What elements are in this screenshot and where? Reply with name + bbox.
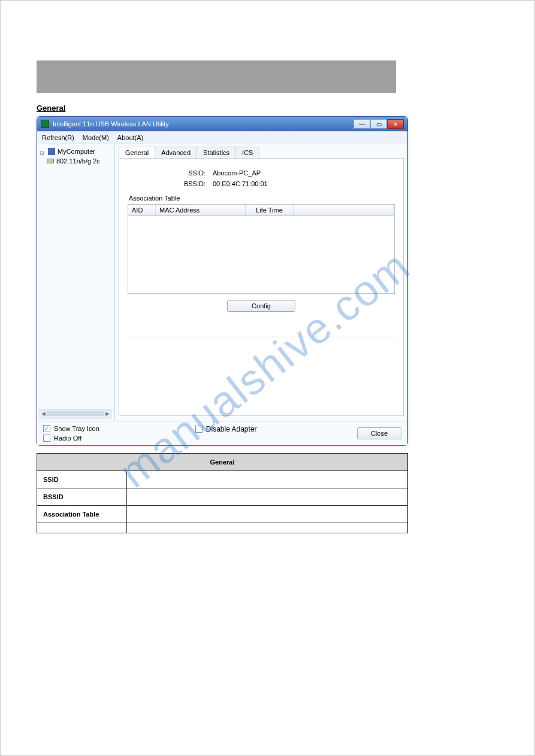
close-button[interactable]: Close xyxy=(357,427,401,439)
panel-divider xyxy=(128,336,395,348)
assoc-table-header: AID MAC Address Life Time xyxy=(128,205,394,216)
col-aid[interactable]: AID xyxy=(128,205,156,215)
table-row xyxy=(37,523,408,533)
general-tab-panel: SSID: Abocom-PC_AP BSSID: 00:E0:4C:71:00… xyxy=(119,159,404,416)
desc-row4-left xyxy=(37,523,127,533)
show-tray-option[interactable]: Show Tray Icon xyxy=(43,425,99,432)
tree-child[interactable]: 802.11n/b/g 2c xyxy=(47,156,111,166)
show-tray-label: Show Tray Icon xyxy=(54,425,99,432)
desc-row2-right xyxy=(127,488,408,506)
desc-row3-left: Association Table xyxy=(37,506,127,523)
desc-header-row: General xyxy=(37,454,408,471)
left-checkbox-col: Show Tray Icon Radio Off xyxy=(43,425,99,442)
table-row: SSID xyxy=(37,471,408,488)
window-title: Intelligent 11n USB Wireless LAN Utility xyxy=(53,120,353,127)
sidebar-scrollbar[interactable]: ◀ ▶ xyxy=(40,409,111,418)
desc-row4-right xyxy=(127,523,408,533)
app-window: Intelligent 11n USB Wireless LAN Utility… xyxy=(37,116,408,446)
tab-strip: General Advanced Statistics ICS xyxy=(119,147,404,159)
table-row: Association Table xyxy=(37,506,408,523)
table-row: BSSID xyxy=(37,488,408,506)
col-life[interactable]: Life Time xyxy=(246,205,294,215)
association-table: AID MAC Address Life Time xyxy=(128,204,395,294)
tree-sidebar: ⊟ MyComputer 802.11n/b/g 2c ◀ ▶ xyxy=(37,144,115,421)
show-tray-checkbox[interactable] xyxy=(43,425,50,432)
adapter-icon xyxy=(47,159,54,163)
radio-off-label: Radio Off xyxy=(54,435,81,442)
radio-off-option[interactable]: Radio Off xyxy=(43,435,99,442)
window-body: ⊟ MyComputer 802.11n/b/g 2c ◀ ▶ xyxy=(37,144,407,421)
tab-statistics[interactable]: Statistics xyxy=(197,147,236,158)
config-row: Config xyxy=(128,300,395,312)
desc-row1-left: SSID xyxy=(37,471,127,488)
bssid-value: 00:E0:4C:71:00:01 xyxy=(213,180,268,187)
ssid-label: SSID: xyxy=(170,169,205,177)
desc-row3-right xyxy=(127,506,408,523)
content-area: General Advanced Statistics ICS SSID: Ab… xyxy=(115,144,407,421)
document-page: General Intelligent 11n USB Wireless LAN… xyxy=(0,0,535,756)
tree-child-label: 802.11n/b/g 2c xyxy=(56,156,100,166)
description-table: General SSID BSSID Association Table xyxy=(37,453,408,533)
tab-advanced[interactable]: Advanced xyxy=(155,147,197,158)
assoc-table-label: Association Table xyxy=(129,195,395,202)
radio-off-checkbox[interactable] xyxy=(43,435,50,442)
disable-adapter-label: Disable Adapter xyxy=(206,425,257,433)
scroll-right-icon[interactable]: ▶ xyxy=(105,411,110,417)
scroll-thumb[interactable] xyxy=(47,411,104,416)
desc-header-cell: General xyxy=(37,454,408,471)
desc-row1-right xyxy=(127,471,408,488)
disable-adapter-checkbox[interactable] xyxy=(195,426,202,433)
close-window-button[interactable]: ✕ xyxy=(387,119,404,129)
desc-row2-left: BSSID xyxy=(37,488,127,506)
bssid-row: BSSID: 00:E0:4C:71:00:01 xyxy=(170,180,395,187)
col-rest xyxy=(294,205,394,215)
disable-adapter-option[interactable]: Disable Adapter xyxy=(195,425,257,433)
bottom-bar: Show Tray Icon Radio Off Disable Adapter… xyxy=(37,421,407,445)
collapse-icon[interactable]: ⊟ xyxy=(40,148,46,154)
app-icon xyxy=(41,120,49,128)
title-bar[interactable]: Intelligent 11n USB Wireless LAN Utility… xyxy=(37,117,407,131)
general-heading: General xyxy=(37,104,498,113)
scroll-left-icon[interactable]: ◀ xyxy=(41,411,46,417)
close-btn-wrap: Close xyxy=(357,427,401,439)
tree-root-label: MyComputer xyxy=(58,147,95,156)
section-banner xyxy=(37,60,396,93)
minimize-button[interactable]: — xyxy=(353,119,370,129)
maximize-button[interactable]: ▭ xyxy=(370,119,387,129)
tab-ics[interactable]: ICS xyxy=(235,147,259,158)
computer-icon xyxy=(48,148,55,155)
ssid-value: Abocom-PC_AP xyxy=(213,169,261,177)
device-tree: ⊟ MyComputer 802.11n/b/g 2c xyxy=(40,147,111,409)
bssid-label: BSSID: xyxy=(170,180,205,187)
menu-mode[interactable]: Mode(M) xyxy=(83,134,109,141)
window-controls: — ▭ ✕ xyxy=(353,119,404,129)
config-button[interactable]: Config xyxy=(227,300,295,312)
menu-refresh[interactable]: Refresh(R) xyxy=(42,134,74,141)
ssid-row: SSID: Abocom-PC_AP xyxy=(170,169,395,177)
col-mac[interactable]: MAC Address xyxy=(156,205,246,215)
menu-about[interactable]: About(A) xyxy=(117,134,143,141)
tree-root[interactable]: ⊟ MyComputer xyxy=(40,147,111,156)
menu-bar: Refresh(R) Mode(M) About(A) xyxy=(37,131,407,144)
tab-general[interactable]: General xyxy=(119,147,155,158)
